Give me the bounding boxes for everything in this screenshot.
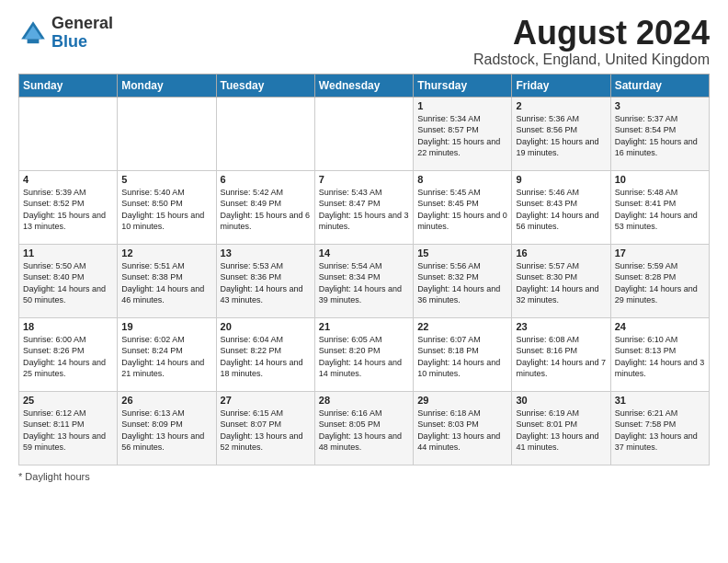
logo-icon — [18, 18, 48, 48]
page: General Blue August 2024 Radstock, Engla… — [0, 0, 728, 491]
day-number: 18 — [23, 321, 113, 332]
day-cell: 8Sunrise: 5:45 AM Sunset: 8:45 PM Daylig… — [414, 170, 512, 244]
day-cell: 13Sunrise: 5:53 AM Sunset: 8:36 PM Dayli… — [216, 244, 314, 317]
day-info: Sunrise: 6:08 AM Sunset: 8:16 PM Dayligh… — [516, 334, 606, 380]
day-cell — [118, 97, 216, 170]
day-cell: 19Sunrise: 6:02 AM Sunset: 8:24 PM Dayli… — [118, 317, 216, 391]
day-cell: 15Sunrise: 5:56 AM Sunset: 8:32 PM Dayli… — [414, 244, 512, 317]
day-cell: 24Sunrise: 6:10 AM Sunset: 8:13 PM Dayli… — [610, 317, 709, 391]
day-number: 19 — [121, 321, 211, 332]
day-number: 6 — [221, 174, 311, 185]
day-cell: 10Sunrise: 5:48 AM Sunset: 8:41 PM Dayli… — [610, 170, 709, 244]
day-info: Sunrise: 6:07 AM Sunset: 8:18 PM Dayligh… — [417, 334, 507, 380]
footer-note: * Daylight hours — [18, 471, 710, 482]
day-cell — [314, 97, 413, 170]
day-info: Sunrise: 6:10 AM Sunset: 8:13 PM Dayligh… — [615, 334, 705, 380]
week-row-2: 4Sunrise: 5:39 AM Sunset: 8:52 PM Daylig… — [19, 170, 710, 244]
column-header-friday: Friday — [512, 74, 610, 97]
day-number: 15 — [417, 247, 507, 259]
day-info: Sunrise: 5:53 AM Sunset: 8:36 PM Dayligh… — [221, 260, 311, 306]
day-number: 31 — [615, 395, 705, 406]
day-number: 11 — [23, 247, 113, 259]
day-number: 26 — [121, 395, 211, 406]
day-info: Sunrise: 6:15 AM Sunset: 8:07 PM Dayligh… — [221, 408, 311, 454]
column-header-wednesday: Wednesday — [314, 74, 413, 97]
day-info: Sunrise: 5:43 AM Sunset: 8:47 PM Dayligh… — [319, 187, 409, 233]
day-info: Sunrise: 5:56 AM Sunset: 8:32 PM Dayligh… — [417, 260, 507, 306]
day-cell: 14Sunrise: 5:54 AM Sunset: 8:34 PM Dayli… — [314, 244, 413, 317]
day-info: Sunrise: 5:48 AM Sunset: 8:41 PM Dayligh… — [615, 187, 705, 233]
subtitle: Radstock, England, United Kingdom — [473, 52, 710, 68]
day-info: Sunrise: 6:21 AM Sunset: 7:58 PM Dayligh… — [615, 408, 705, 454]
day-cell: 20Sunrise: 6:04 AM Sunset: 8:22 PM Dayli… — [216, 317, 314, 391]
day-number: 22 — [417, 321, 507, 332]
day-info: Sunrise: 5:50 AM Sunset: 8:40 PM Dayligh… — [23, 260, 113, 306]
day-number: 1 — [417, 100, 507, 111]
day-number: 23 — [516, 321, 606, 332]
day-cell: 6Sunrise: 5:42 AM Sunset: 8:49 PM Daylig… — [216, 170, 314, 244]
day-info: Sunrise: 6:16 AM Sunset: 8:05 PM Dayligh… — [319, 408, 409, 454]
day-info: Sunrise: 5:45 AM Sunset: 8:45 PM Dayligh… — [417, 187, 507, 233]
day-number: 3 — [615, 100, 705, 111]
title-block: August 2024 Radstock, England, United Ki… — [473, 15, 710, 68]
day-cell: 17Sunrise: 5:59 AM Sunset: 8:28 PM Dayli… — [610, 244, 709, 317]
header: General Blue August 2024 Radstock, Engla… — [18, 15, 710, 68]
day-number: 28 — [319, 395, 409, 406]
day-info: Sunrise: 6:05 AM Sunset: 8:20 PM Dayligh… — [319, 334, 409, 380]
day-info: Sunrise: 5:39 AM Sunset: 8:52 PM Dayligh… — [23, 187, 113, 233]
day-number: 20 — [221, 321, 311, 332]
day-number: 24 — [615, 321, 705, 332]
week-row-1: 1Sunrise: 5:34 AM Sunset: 8:57 PM Daylig… — [19, 97, 710, 170]
day-cell: 12Sunrise: 5:51 AM Sunset: 8:38 PM Dayli… — [118, 244, 216, 317]
column-header-thursday: Thursday — [414, 74, 512, 97]
day-cell: 21Sunrise: 6:05 AM Sunset: 8:20 PM Dayli… — [314, 317, 413, 391]
main-title: August 2024 — [473, 15, 710, 52]
day-cell: 31Sunrise: 6:21 AM Sunset: 7:58 PM Dayli… — [610, 391, 709, 465]
day-number: 30 — [516, 395, 606, 406]
day-cell: 26Sunrise: 6:13 AM Sunset: 8:09 PM Dayli… — [118, 391, 216, 465]
day-cell: 11Sunrise: 5:50 AM Sunset: 8:40 PM Dayli… — [19, 244, 118, 317]
day-cell: 22Sunrise: 6:07 AM Sunset: 8:18 PM Dayli… — [414, 317, 512, 391]
day-number: 13 — [221, 247, 311, 259]
day-number: 8 — [417, 174, 507, 185]
day-cell: 28Sunrise: 6:16 AM Sunset: 8:05 PM Dayli… — [314, 391, 413, 465]
day-info: Sunrise: 5:40 AM Sunset: 8:50 PM Dayligh… — [121, 187, 211, 233]
week-row-5: 25Sunrise: 6:12 AM Sunset: 8:11 PM Dayli… — [19, 391, 710, 465]
day-info: Sunrise: 5:34 AM Sunset: 8:57 PM Dayligh… — [417, 113, 507, 159]
column-header-tuesday: Tuesday — [216, 74, 314, 97]
day-info: Sunrise: 6:13 AM Sunset: 8:09 PM Dayligh… — [121, 408, 211, 454]
calendar-table: SundayMondayTuesdayWednesdayThursdayFrid… — [18, 74, 710, 465]
day-number: 25 — [23, 395, 113, 406]
column-header-sunday: Sunday — [19, 74, 118, 97]
day-number: 7 — [319, 174, 409, 185]
logo: General Blue — [18, 15, 113, 52]
day-cell: 16Sunrise: 5:57 AM Sunset: 8:30 PM Dayli… — [512, 244, 610, 317]
day-number: 12 — [121, 247, 211, 259]
week-row-3: 11Sunrise: 5:50 AM Sunset: 8:40 PM Dayli… — [19, 244, 710, 317]
day-cell: 5Sunrise: 5:40 AM Sunset: 8:50 PM Daylig… — [118, 170, 216, 244]
day-info: Sunrise: 5:51 AM Sunset: 8:38 PM Dayligh… — [121, 260, 211, 306]
day-info: Sunrise: 5:54 AM Sunset: 8:34 PM Dayligh… — [319, 260, 409, 306]
day-cell — [19, 97, 118, 170]
day-cell — [216, 97, 314, 170]
day-number: 4 — [23, 174, 113, 185]
day-cell: 29Sunrise: 6:18 AM Sunset: 8:03 PM Dayli… — [414, 391, 512, 465]
day-info: Sunrise: 5:36 AM Sunset: 8:56 PM Dayligh… — [516, 113, 606, 159]
day-number: 2 — [516, 100, 606, 111]
day-cell: 2Sunrise: 5:36 AM Sunset: 8:56 PM Daylig… — [512, 97, 610, 170]
day-cell: 27Sunrise: 6:15 AM Sunset: 8:07 PM Dayli… — [216, 391, 314, 465]
day-number: 27 — [221, 395, 311, 406]
day-info: Sunrise: 6:04 AM Sunset: 8:22 PM Dayligh… — [221, 334, 311, 380]
day-info: Sunrise: 6:19 AM Sunset: 8:01 PM Dayligh… — [516, 408, 606, 454]
day-cell: 25Sunrise: 6:12 AM Sunset: 8:11 PM Dayli… — [19, 391, 118, 465]
day-info: Sunrise: 6:02 AM Sunset: 8:24 PM Dayligh… — [121, 334, 211, 380]
day-cell: 23Sunrise: 6:08 AM Sunset: 8:16 PM Dayli… — [512, 317, 610, 391]
day-info: Sunrise: 6:18 AM Sunset: 8:03 PM Dayligh… — [417, 408, 507, 454]
week-row-4: 18Sunrise: 6:00 AM Sunset: 8:26 PM Dayli… — [19, 317, 710, 391]
day-number: 16 — [516, 247, 606, 259]
day-number: 17 — [615, 247, 705, 259]
day-cell: 1Sunrise: 5:34 AM Sunset: 8:57 PM Daylig… — [414, 97, 512, 170]
day-number: 5 — [121, 174, 211, 185]
day-info: Sunrise: 5:46 AM Sunset: 8:43 PM Dayligh… — [516, 187, 606, 233]
column-header-monday: Monday — [118, 74, 216, 97]
